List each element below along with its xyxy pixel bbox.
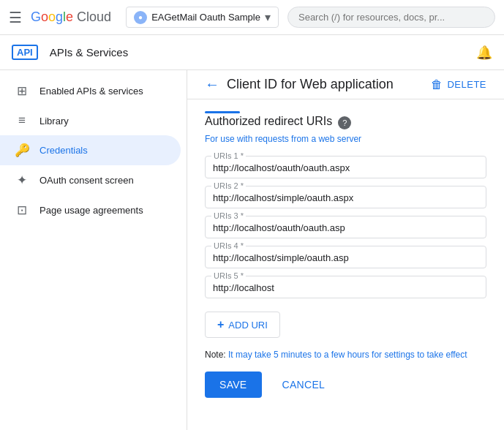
sidebar-label-credentials: Credentials bbox=[40, 145, 88, 156]
oauth-icon: ✦ bbox=[15, 173, 29, 188]
library-icon: ≡ bbox=[15, 113, 29, 128]
uri-value-5[interactable]: http://localhost bbox=[213, 279, 478, 293]
uri-field-2: URIs 2 * http://localhost/simple/oauth.a… bbox=[205, 186, 486, 208]
uri-value-1[interactable]: http://localhost/oauth/oauth.aspx bbox=[213, 159, 478, 173]
note-link[interactable]: It may take 5 minutes to a few hours for… bbox=[228, 350, 467, 360]
sidebar: ⊞ Enabled APIs & services ≡ Library 🔑 Cr… bbox=[0, 70, 187, 430]
uri-field-1: URIs 1 * http://localhost/oauth/oauth.as… bbox=[205, 156, 486, 178]
layout: ⊞ Enabled APIs & services ≡ Library 🔑 Cr… bbox=[0, 70, 504, 430]
topbar: ☰ Google Cloud ● EAGetMail Oauth Sample … bbox=[0, 0, 504, 35]
uri-label-4: URIs 4 * bbox=[211, 241, 246, 250]
sidebar-item-credentials[interactable]: 🔑 Credentials bbox=[0, 135, 181, 165]
note-prefix: Note: bbox=[205, 350, 228, 360]
project-name: EAGetMail Oauth Sample bbox=[151, 12, 260, 23]
uri-label-3: URIs 3 * bbox=[211, 211, 246, 220]
help-icon[interactable]: ? bbox=[338, 116, 351, 129]
cancel-button[interactable]: CANCEL bbox=[271, 371, 337, 398]
plus-icon: + bbox=[217, 318, 224, 331]
uri-field-3: URIs 3 * http://localhost/oauth/oauth.as… bbox=[205, 216, 486, 238]
api-badge: API bbox=[12, 45, 38, 60]
uri-field-5: URIs 5 * http://localhost bbox=[205, 276, 486, 298]
sidebar-item-library[interactable]: ≡ Library bbox=[0, 106, 181, 135]
save-button[interactable]: SAVE bbox=[205, 371, 262, 398]
grid-icon: ⊞ bbox=[15, 83, 29, 99]
page-usage-icon: ⊡ bbox=[15, 203, 29, 218]
project-icon: ● bbox=[134, 11, 147, 24]
delete-button[interactable]: 🗑 DELETE bbox=[431, 78, 486, 91]
google-cloud-logo: Google Cloud bbox=[31, 10, 111, 25]
sidebar-label-enabled-apis: Enabled APIs & services bbox=[40, 86, 143, 97]
section-title: Authorized redirect URIs bbox=[205, 115, 332, 128]
uri-value-2[interactable]: http://localhost/simple/oauth.aspx bbox=[213, 189, 478, 203]
back-button[interactable]: ← bbox=[205, 76, 219, 93]
apis-services-title: APIs & Services bbox=[50, 46, 129, 59]
sidebar-item-page-usage[interactable]: ⊡ Page usage agreements bbox=[0, 195, 181, 225]
search-input[interactable] bbox=[287, 7, 495, 28]
uri-fields-list: URIs 1 * http://localhost/oauth/oauth.as… bbox=[205, 156, 486, 298]
hamburger-icon[interactable]: ☰ bbox=[9, 9, 22, 26]
sidebar-label-library: Library bbox=[40, 116, 69, 127]
uri-label-5: URIs 5 * bbox=[211, 271, 246, 280]
uri-label-1: URIs 1 * bbox=[211, 151, 246, 160]
add-uri-label: ADD URI bbox=[228, 320, 267, 331]
key-icon: 🔑 bbox=[15, 143, 29, 158]
uri-value-4[interactable]: http://localhost/simple/oauth.asp bbox=[213, 249, 478, 263]
page-title: Client ID for Web application bbox=[227, 77, 424, 92]
add-uri-button[interactable]: + ADD URI bbox=[205, 312, 280, 338]
delete-label: DELETE bbox=[447, 79, 486, 90]
section-content: Authorized redirect URIs ? For use with … bbox=[187, 99, 504, 410]
project-selector[interactable]: ● EAGetMail Oauth Sample ▾ bbox=[126, 7, 279, 28]
note: Note: It may take 5 minutes to a few hou… bbox=[205, 350, 486, 360]
sidebar-label-page-usage: Page usage agreements bbox=[40, 205, 143, 216]
uri-value-3[interactable]: http://localhost/oauth/oauth.asp bbox=[213, 219, 478, 233]
section-desc: For use with requests from a web server bbox=[205, 134, 486, 144]
chevron-down-icon: ▾ bbox=[265, 10, 271, 24]
action-row: SAVE CANCEL bbox=[205, 371, 486, 398]
trash-icon: 🗑 bbox=[431, 78, 443, 91]
uri-label-2: URIs 2 * bbox=[211, 181, 246, 190]
sidebar-item-enabled-apis[interactable]: ⊞ Enabled APIs & services bbox=[0, 76, 181, 106]
main-content: ← Client ID for Web application 🗑 DELETE… bbox=[187, 70, 504, 430]
uri-field-4: URIs 4 * http://localhost/simple/oauth.a… bbox=[205, 246, 486, 268]
page-header: ← Client ID for Web application 🗑 DELETE bbox=[187, 70, 504, 99]
sidebar-item-oauth-consent[interactable]: ✦ OAuth consent screen bbox=[0, 165, 181, 195]
notification-bell-icon[interactable]: 🔔 bbox=[476, 45, 492, 61]
secondary-header: API APIs & Services 🔔 bbox=[0, 35, 504, 70]
sidebar-label-oauth-consent: OAuth consent screen bbox=[40, 175, 134, 186]
